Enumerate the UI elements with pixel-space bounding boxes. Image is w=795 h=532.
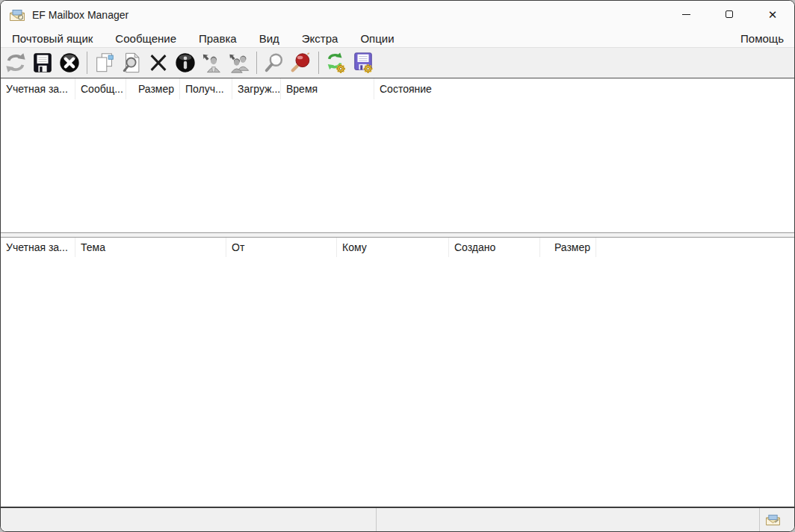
stop-button[interactable] bbox=[56, 49, 83, 76]
save-button[interactable] bbox=[29, 49, 56, 76]
maximize-button[interactable] bbox=[708, 1, 751, 28]
mail-icon bbox=[765, 513, 781, 526]
column-header-from[interactable]: От bbox=[226, 238, 337, 257]
menu-edit[interactable]: Правка bbox=[188, 31, 248, 46]
column-header-size[interactable]: Размер bbox=[540, 238, 596, 257]
auto-save-settings-icon bbox=[352, 52, 374, 74]
preview-message-button[interactable] bbox=[118, 49, 145, 76]
delete-icon bbox=[147, 52, 170, 74]
info-icon bbox=[174, 52, 197, 74]
app-window: EF Mailbox Manager ✕ Почтовый ящик Сообщ… bbox=[0, 0, 795, 532]
menu-mailbox[interactable]: Почтовый ящик bbox=[1, 31, 104, 46]
menubar: Почтовый ящик Сообщение Правка Вид Экстр… bbox=[1, 29, 794, 47]
auto-refresh-settings-icon bbox=[325, 52, 347, 74]
window-title: EF Mailbox Manager bbox=[32, 9, 129, 21]
close-button[interactable]: ✕ bbox=[751, 1, 794, 28]
save-icon bbox=[31, 52, 54, 74]
statusbar bbox=[1, 507, 794, 531]
column-header-downloaded[interactable]: Загруж... bbox=[232, 78, 281, 99]
toolbar bbox=[1, 47, 794, 78]
messages-list-header: Учетная за... Тема От Кому Создано Разме… bbox=[1, 238, 794, 257]
statusbar-icon-panel bbox=[760, 508, 794, 531]
column-header-filler bbox=[596, 238, 794, 257]
preview-message-icon bbox=[120, 52, 143, 74]
copy-message-icon bbox=[93, 52, 116, 74]
column-header-to[interactable]: Кому bbox=[337, 238, 449, 257]
search-button[interactable] bbox=[261, 49, 288, 76]
menu-options[interactable]: Опции bbox=[349, 31, 405, 46]
column-header-account[interactable]: Учетная за... bbox=[1, 78, 75, 99]
messages-list: Учетная за... Тема От Кому Создано Разме… bbox=[1, 238, 794, 507]
menu-view[interactable]: Вид bbox=[248, 31, 291, 46]
stop-icon bbox=[58, 52, 81, 74]
copy-message-button[interactable] bbox=[91, 49, 118, 76]
auto-refresh-settings-button[interactable] bbox=[323, 49, 350, 76]
menu-help[interactable]: Помощь bbox=[730, 31, 794, 46]
messages-list-body[interactable] bbox=[1, 257, 794, 505]
menu-message[interactable]: Сообщение bbox=[104, 31, 188, 46]
column-header-status[interactable]: Состояние bbox=[374, 78, 794, 99]
column-header-time[interactable]: Время bbox=[281, 78, 374, 99]
toolbar-separator bbox=[87, 52, 87, 74]
statusbar-panel-2 bbox=[377, 508, 760, 531]
column-header-size[interactable]: Размер bbox=[126, 78, 180, 99]
toolbar-separator bbox=[256, 52, 257, 74]
toolbar-separator bbox=[318, 52, 319, 74]
column-header-messages[interactable]: Сообщ... bbox=[75, 78, 126, 99]
menu-extra[interactable]: Экстра bbox=[291, 31, 350, 46]
accounts-list-header: Учетная за... Сообщ... Размер Получ... З… bbox=[1, 78, 794, 99]
stop-search-button[interactable] bbox=[288, 49, 315, 76]
search-icon bbox=[263, 52, 285, 74]
column-header-account[interactable]: Учетная за... bbox=[1, 238, 75, 257]
maximize-icon bbox=[726, 10, 733, 18]
app-logo-icon bbox=[9, 8, 25, 22]
titlebar: EF Mailbox Manager ✕ bbox=[1, 1, 794, 29]
close-icon: ✕ bbox=[768, 9, 778, 20]
column-header-received[interactable]: Получ... bbox=[180, 78, 232, 99]
column-header-created[interactable]: Создано bbox=[449, 238, 540, 257]
delete-message-button[interactable] bbox=[145, 49, 172, 76]
panel-splitter[interactable] bbox=[1, 232, 794, 238]
accounts-list: Учетная за... Сообщ... Размер Получ... З… bbox=[1, 78, 794, 232]
statusbar-panel-1 bbox=[1, 508, 377, 531]
window-controls: ✕ bbox=[664, 1, 794, 29]
refresh-button[interactable] bbox=[2, 49, 29, 76]
import-accounts-button[interactable] bbox=[226, 49, 253, 76]
stop-search-icon bbox=[290, 52, 312, 74]
import-account-icon bbox=[201, 52, 223, 74]
accounts-list-body[interactable] bbox=[1, 99, 794, 232]
minimize-button[interactable] bbox=[664, 1, 708, 28]
auto-save-settings-button[interactable] bbox=[350, 49, 377, 76]
refresh-icon bbox=[4, 52, 27, 74]
column-header-subject[interactable]: Тема bbox=[75, 238, 226, 257]
import-accounts-icon bbox=[228, 52, 250, 74]
import-account-button[interactable] bbox=[199, 49, 226, 76]
minimize-icon bbox=[682, 14, 690, 15]
message-info-button[interactable] bbox=[172, 49, 199, 76]
